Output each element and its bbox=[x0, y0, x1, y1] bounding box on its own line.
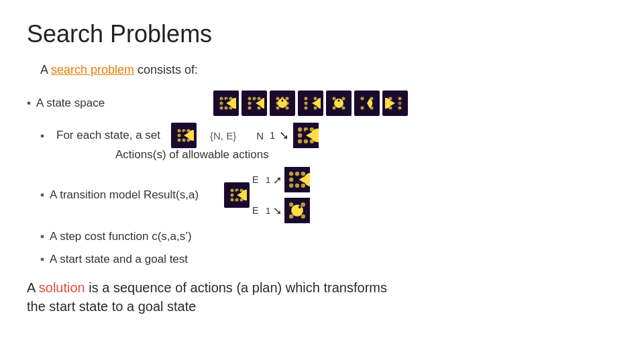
game-cell-3 bbox=[270, 90, 295, 116]
svg-point-41 bbox=[342, 107, 345, 110]
e-label-transition2: E bbox=[252, 205, 263, 216]
svg-point-98 bbox=[301, 202, 305, 206]
svg-point-39 bbox=[342, 97, 345, 101]
svg-point-31 bbox=[314, 97, 317, 101]
svg-point-52 bbox=[398, 97, 402, 101]
svg-point-6 bbox=[220, 107, 223, 110]
svg-point-30 bbox=[305, 97, 308, 101]
game-cell-6 bbox=[354, 90, 380, 116]
svg-point-73 bbox=[298, 139, 302, 143]
svg-point-47 bbox=[361, 107, 364, 110]
subtitle: A search problem consists of: bbox=[40, 63, 617, 77]
start-state-text: A start state and a goal test bbox=[50, 251, 188, 267]
bullet-icon-5: ▪ bbox=[40, 253, 44, 266]
solution-prefix: A bbox=[27, 280, 39, 295]
svg-point-88 bbox=[289, 172, 293, 176]
svg-point-68 bbox=[298, 127, 302, 131]
bullet-state-space: ▪ A state space bbox=[27, 90, 617, 116]
svg-point-63 bbox=[178, 139, 181, 142]
svg-point-34 bbox=[305, 107, 308, 110]
svg-point-99 bbox=[289, 215, 293, 219]
bullet-icon-3: ▪ bbox=[40, 188, 44, 202]
svg-point-35 bbox=[314, 107, 317, 110]
result-cell-e bbox=[284, 167, 310, 192]
svg-point-86 bbox=[237, 191, 239, 193]
svg-point-94 bbox=[295, 184, 299, 188]
svg-point-17 bbox=[258, 107, 261, 110]
svg-point-58 bbox=[178, 129, 181, 133]
svg-point-56 bbox=[394, 99, 396, 101]
svg-point-102 bbox=[299, 206, 301, 208]
svg-point-93 bbox=[289, 184, 293, 188]
transition-source-cell bbox=[224, 182, 250, 208]
svg-point-40 bbox=[333, 107, 336, 110]
svg-point-1 bbox=[220, 97, 223, 101]
svg-point-89 bbox=[295, 172, 299, 176]
svg-point-18 bbox=[256, 99, 258, 101]
game-cell-2 bbox=[241, 90, 267, 116]
e-cost-transition: 1 bbox=[266, 175, 270, 185]
bullet-for-each: ▪ For each state, a set {N, E} N 1 bbox=[40, 123, 617, 162]
for-each-game-cell bbox=[171, 123, 197, 148]
svg-point-20 bbox=[276, 97, 280, 101]
step-cost-text: A step cost function c(s,a,s’) bbox=[50, 229, 192, 245]
bullet-icon-1: ▪ bbox=[27, 97, 31, 110]
solution-rest-line2: the start state to a goal state bbox=[27, 299, 196, 314]
svg-point-11 bbox=[248, 97, 252, 101]
page-title: Search Problems bbox=[27, 20, 617, 48]
svg-point-81 bbox=[231, 194, 234, 197]
arrow-icon-n: ➘ bbox=[279, 128, 289, 143]
bullet-start-state: ▪ A start state and a goal test bbox=[40, 251, 617, 267]
e-label-transition: E bbox=[252, 174, 263, 185]
svg-point-36 bbox=[312, 99, 314, 101]
svg-point-28 bbox=[282, 100, 284, 102]
bullet-step-cost: ▪ A step cost function c(s,a,s’) bbox=[40, 229, 617, 245]
n-cost: 1 bbox=[270, 130, 275, 141]
solution-block: A solution is a sequence of actions (a p… bbox=[27, 278, 617, 316]
svg-point-14 bbox=[248, 102, 252, 105]
transition-text: A transition model Result(s,a) bbox=[50, 187, 199, 203]
svg-point-22 bbox=[286, 97, 289, 101]
svg-point-38 bbox=[333, 97, 336, 101]
n-label: N bbox=[256, 130, 266, 141]
result-cell-n bbox=[293, 123, 319, 148]
bullet-icon-4: ▪ bbox=[40, 230, 44, 243]
solution-rest-line1: is a sequence of actions (a plan) which … bbox=[85, 280, 387, 295]
game-cell-4 bbox=[298, 90, 323, 116]
svg-point-100 bbox=[301, 215, 305, 219]
game-cell-7 bbox=[382, 90, 408, 116]
state-space-images bbox=[213, 90, 408, 116]
svg-point-49 bbox=[366, 100, 368, 102]
bullet-icon-2: ▪ bbox=[40, 129, 44, 143]
svg-point-55 bbox=[398, 102, 402, 105]
bullet-transition: ▪ A transition model Result(s,a) E 1 bbox=[40, 167, 617, 223]
svg-point-7 bbox=[225, 107, 228, 110]
svg-point-90 bbox=[301, 172, 305, 176]
svg-point-76 bbox=[305, 130, 308, 133]
svg-point-84 bbox=[235, 198, 239, 202]
svg-point-78 bbox=[231, 189, 234, 192]
svg-point-4 bbox=[220, 102, 223, 105]
svg-point-25 bbox=[276, 107, 280, 110]
for-each-text-line2: Actions(s) of allowable actions bbox=[115, 148, 269, 162]
svg-point-45 bbox=[361, 97, 364, 101]
svg-point-66 bbox=[184, 131, 186, 133]
svg-point-71 bbox=[298, 133, 302, 137]
svg-point-91 bbox=[289, 178, 293, 182]
game-cell-5 bbox=[326, 90, 352, 116]
svg-point-101 bbox=[291, 204, 303, 217]
svg-point-13 bbox=[258, 97, 261, 101]
e-cost-transition2: 1 bbox=[266, 206, 270, 216]
svg-point-64 bbox=[182, 139, 186, 142]
svg-point-54 bbox=[398, 107, 402, 110]
actions-set-label: {N, E} bbox=[210, 130, 236, 141]
arrow-icon-e2: ➘ bbox=[273, 204, 282, 217]
svg-point-43 bbox=[338, 100, 340, 102]
solution-highlight: solution bbox=[39, 280, 85, 295]
result-cell-e2 bbox=[284, 198, 310, 223]
svg-point-61 bbox=[178, 134, 181, 137]
svg-point-16 bbox=[248, 107, 252, 110]
svg-point-97 bbox=[289, 202, 293, 206]
svg-point-83 bbox=[231, 198, 234, 202]
svg-point-26 bbox=[286, 107, 289, 110]
